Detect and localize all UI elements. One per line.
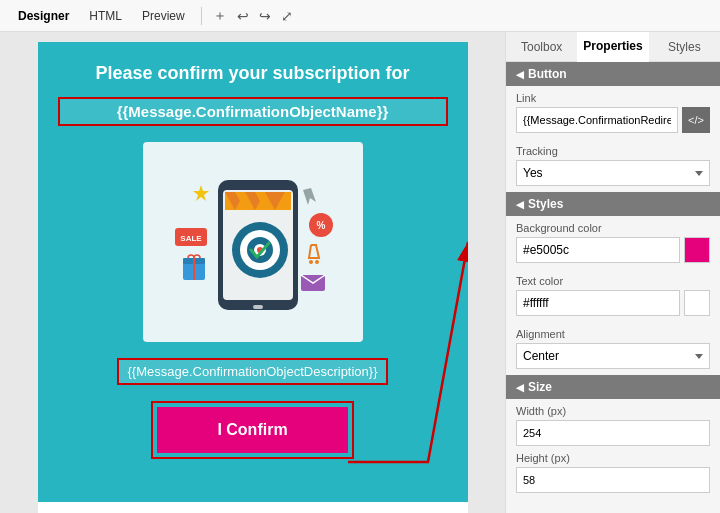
text-color-field: Text color — [506, 269, 720, 322]
right-panel: Toolbox Properties Styles ◀ Button Link … — [505, 32, 720, 513]
svg-point-15 — [309, 260, 313, 264]
bg-color-label: Background color — [516, 222, 710, 234]
redo-button[interactable]: ↪ — [254, 6, 276, 26]
width-field: Width (px) — [516, 405, 710, 446]
canvas-area: Please confirm your subscription for {{M… — [0, 32, 505, 513]
store-svg: SALE % — [153, 150, 353, 335]
text-color-label: Text color — [516, 275, 710, 287]
svg-point-16 — [315, 260, 319, 264]
tab-preview[interactable]: Preview — [132, 5, 195, 27]
alignment-label: Alignment — [516, 328, 710, 340]
text-color-input[interactable] — [516, 290, 680, 316]
styles-section-label: Styles — [528, 197, 563, 211]
email-body: Please confirm your subscription for {{M… — [38, 42, 468, 502]
tracking-label: Tracking — [516, 145, 710, 157]
store-image: SALE % — [143, 142, 363, 342]
link-label: Link — [516, 92, 710, 104]
tracking-select[interactable]: Yes — [516, 160, 710, 186]
svg-rect-8 — [253, 305, 263, 309]
size-fields: Width (px) Height (px) — [506, 399, 720, 499]
panel-tabs: Toolbox Properties Styles — [506, 32, 720, 62]
size-section-header: ◀ Size — [506, 375, 720, 399]
width-input[interactable] — [516, 420, 710, 446]
height-label: Height (px) — [516, 452, 710, 464]
button-section-header: ◀ Button — [506, 62, 720, 86]
confirmation-object-desc-var: {{Message.ConfirmationObjectDescription}… — [117, 358, 387, 385]
confirm-button[interactable]: I Confirm — [157, 407, 347, 453]
svg-text:SALE: SALE — [180, 234, 202, 243]
size-section-label: Size — [528, 380, 552, 394]
styles-collapse-icon: ◀ — [516, 199, 524, 210]
alignment-field: Alignment Left Center Right — [506, 322, 720, 375]
tab-designer[interactable]: Designer — [8, 5, 79, 27]
text-color-swatch[interactable] — [684, 290, 710, 316]
bg-color-input[interactable] — [516, 237, 680, 263]
button-section-label: Button — [528, 67, 567, 81]
undo-button[interactable]: ↩ — [232, 6, 254, 26]
link-input-row: </> — [516, 107, 710, 133]
confirmation-object-name-var: {{Message.ConfirmationObjectName}} — [58, 97, 448, 126]
email-title: Please confirm your subscription for — [95, 62, 409, 85]
tab-toolbox[interactable]: Toolbox — [506, 32, 577, 61]
main-area: Please confirm your subscription for {{M… — [0, 32, 720, 513]
section-collapse-icon: ◀ — [516, 69, 524, 80]
code-button[interactable]: </> — [682, 107, 710, 133]
bg-color-row — [516, 237, 710, 263]
text-color-row — [516, 290, 710, 316]
divider — [201, 7, 202, 25]
tracking-field: Tracking Yes — [506, 139, 720, 192]
add-button[interactable]: ＋ — [208, 5, 232, 27]
svg-text:%: % — [316, 220, 325, 231]
height-input[interactable] — [516, 467, 710, 493]
svg-marker-14 — [193, 185, 209, 201]
tab-styles[interactable]: Styles — [649, 32, 720, 61]
styles-section-header: ◀ Styles — [506, 192, 720, 216]
tab-html[interactable]: HTML — [79, 5, 132, 27]
bg-color-swatch[interactable] — [684, 237, 710, 263]
link-input[interactable] — [516, 107, 678, 133]
size-collapse-icon: ◀ — [516, 382, 524, 393]
link-field: Link </> — [506, 86, 720, 139]
toolbar: Designer HTML Preview ＋ ↩ ↪ ⤢ — [0, 0, 720, 32]
bg-color-field: Background color — [506, 216, 720, 269]
email-canvas: Please confirm your subscription for {{M… — [38, 42, 468, 513]
tab-properties[interactable]: Properties — [577, 32, 648, 62]
alignment-select[interactable]: Left Center Right — [516, 343, 710, 369]
size-row: Width (px) — [516, 405, 710, 446]
expand-button[interactable]: ⤢ — [276, 6, 298, 26]
confirm-button-wrapper: I Confirm — [151, 401, 353, 459]
width-label: Width (px) — [516, 405, 710, 417]
